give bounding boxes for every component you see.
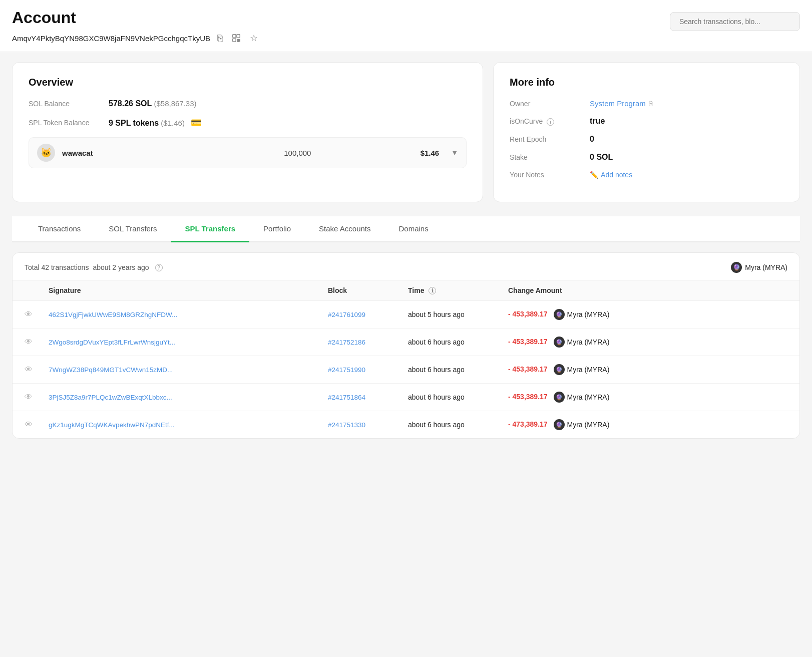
tab-domains[interactable]: Domains (385, 216, 443, 242)
token-badge-label: Myra (MYRA) (567, 310, 610, 318)
system-program-link[interactable]: System Program ⎘ (590, 99, 653, 108)
page-title: Account (12, 9, 260, 27)
search-input[interactable] (670, 12, 800, 31)
cards-row: Overview SOL Balance 578.26 SOL ($58,867… (12, 62, 800, 202)
transfers-meta: Total 42 transactions about 2 years ago … (25, 263, 163, 271)
row-block: #241752186 (328, 338, 408, 346)
svg-rect-6 (239, 41, 240, 42)
copy-address-button[interactable]: ⎘ (215, 32, 225, 45)
spl-token-icon[interactable]: 💳 (191, 118, 202, 128)
token-mini-avatar: 🔮 (554, 337, 565, 348)
token-badge-label: Myra (MYRA) (567, 393, 610, 401)
svg-rect-2 (233, 39, 236, 42)
isoncurve-value: true (590, 117, 605, 126)
row-change: - 473,389.17 🔮 Myra (MYRA) (508, 419, 787, 430)
row-time: about 6 hours ago (408, 338, 508, 346)
block-link[interactable]: #241752186 (328, 339, 365, 346)
col-eye (25, 286, 49, 294)
rentepoch-row: Rent Epoch 0 (510, 135, 783, 144)
content-area: Overview SOL Balance 578.26 SOL ($58,867… (0, 52, 812, 449)
svg-rect-4 (239, 40, 240, 41)
stake-row: Stake 0 SOL (510, 153, 783, 162)
block-link[interactable]: #241751864 (328, 394, 365, 401)
signature-link[interactable]: 462S1VgjFjwkUWwE9SM8GRZhgNFDW... (49, 311, 177, 318)
row-block: #241761099 (328, 310, 408, 318)
token-mini-avatar: 🔮 (554, 419, 565, 430)
row-eye-icon[interactable]: 👁 (25, 420, 49, 429)
tab-portfolio[interactable]: Portfolio (249, 216, 305, 242)
row-change: - 453,389.17 🔮 Myra (MYRA) (508, 309, 787, 320)
isoncurve-info-icon[interactable]: i (547, 118, 554, 126)
isoncurve-label: isOnCurve i (510, 117, 590, 126)
stake-value: 0 SOL (590, 153, 613, 162)
token-row[interactable]: 🐱 wawacat 100,000 $1.46 ▼ (29, 137, 467, 168)
row-signature: 3PjSJ5Z8a9r7PLQc1wZwBExqtXLbbxc... (49, 393, 328, 401)
qr-code-button[interactable] (230, 33, 243, 44)
row-signature: 2Wgo8srdgDVuxYEpt3fLFrLwrWnsjguYt... (49, 338, 328, 346)
row-block: #241751864 (328, 393, 408, 401)
rentepoch-label: Rent Epoch (510, 135, 590, 143)
meta-info-icon[interactable]: ? (155, 264, 163, 271)
token-avatar: 🐱 (37, 144, 55, 162)
col-change-amount: Change Amount (508, 286, 787, 294)
svg-rect-5 (238, 41, 239, 42)
copy-owner-icon[interactable]: ⎘ (649, 100, 653, 107)
signature-link[interactable]: 7WngWZ38Pq849MGT1vCWwn15zMD... (49, 366, 173, 374)
table-row: 👁 7WngWZ38Pq849MGT1vCWwn15zMD... #241751… (13, 356, 799, 384)
rentepoch-value: 0 (590, 135, 594, 144)
notes-label: Your Notes (510, 171, 590, 179)
row-time: about 6 hours ago (408, 366, 508, 374)
notes-row: Your Notes ✏️ Add notes (510, 171, 783, 179)
signature-link[interactable]: gKz1ugkMgTCqWKAvpekhwPN7pdNEtf... (49, 421, 175, 429)
account-address-row: AmqvY4PktyBqYN98GXC9W8jaFN9VNekPGcchgqcT… (12, 32, 260, 45)
signature-link[interactable]: 3PjSJ5Z8a9r7PLQc1wZwBExqtXLbbxc... (49, 394, 172, 401)
moreinfo-card: More info Owner System Program ⎘ isOnCur… (493, 62, 800, 202)
transfers-section: Total 42 transactions about 2 years ago … (12, 252, 800, 439)
col-signature: Signature (49, 286, 328, 294)
token-filter[interactable]: 🔮 Myra (MYRA) (731, 262, 787, 273)
sol-balance-row: SOL Balance 578.26 SOL ($58,867.33) (29, 99, 467, 108)
tab-stake-accounts[interactable]: Stake Accounts (305, 216, 384, 242)
row-eye-icon[interactable]: 👁 (25, 310, 49, 319)
token-expand-icon[interactable]: ▼ (451, 149, 458, 157)
token-mini-avatar: 🔮 (554, 392, 565, 403)
signature-link[interactable]: 2Wgo8srdgDVuxYEpt3fLFrLwrWnsjguYt... (49, 339, 175, 346)
tab-spl-transfers[interactable]: SPL Transfers (171, 216, 249, 242)
owner-value: System Program ⎘ (590, 99, 653, 108)
row-signature: 462S1VgjFjwkUWwE9SM8GRZhgNFDW... (49, 310, 328, 318)
table-row: 👁 462S1VgjFjwkUWwE9SM8GRZhgNFDW... #2417… (13, 301, 799, 328)
row-eye-icon[interactable]: 👁 (25, 338, 49, 347)
tab-transactions[interactable]: Transactions (24, 216, 95, 242)
table-row: 👁 3PjSJ5Z8a9r7PLQc1wZwBExqtXLbbxc... #24… (13, 384, 799, 411)
token-badge-label: Myra (MYRA) (567, 421, 610, 429)
col-time: Time ℹ (408, 286, 508, 294)
token-usd: $1.46 (318, 149, 439, 157)
token-mini-avatar: 🔮 (554, 364, 565, 375)
transaction-table: Signature Block Time ℹ Change Amount 👁 4… (13, 280, 799, 438)
sol-balance-label: SOL Balance (29, 100, 109, 108)
row-eye-icon[interactable]: 👁 (25, 393, 49, 402)
tab-sol-transfers[interactable]: SOL Transfers (95, 216, 171, 242)
token-amount: 100,000 (190, 149, 311, 157)
favorite-button[interactable]: ☆ (248, 32, 260, 45)
overview-title: Overview (29, 77, 467, 88)
edit-icon: ✏️ (590, 171, 598, 179)
row-time: about 6 hours ago (408, 421, 508, 429)
row-eye-icon[interactable]: 👁 (25, 365, 49, 374)
block-link[interactable]: #241761099 (328, 311, 365, 318)
account-address: AmqvY4PktyBqYN98GXC9W8jaFN9VNekPGcchgqcT… (12, 34, 210, 43)
row-block: #241751990 (328, 366, 408, 374)
row-change: - 453,389.17 🔮 Myra (MYRA) (508, 392, 787, 403)
time-info-icon[interactable]: ℹ (429, 287, 436, 294)
row-change: - 453,389.17 🔮 Myra (MYRA) (508, 364, 787, 375)
token-mini-avatar: 🔮 (554, 309, 565, 320)
svg-rect-0 (233, 35, 236, 38)
moreinfo-title: More info (510, 77, 783, 88)
spl-balance-label: SPL Token Balance (29, 119, 109, 127)
notes-value: ✏️ Add notes (590, 171, 632, 179)
block-link[interactable]: #241751330 (328, 421, 365, 429)
add-notes-button[interactable]: ✏️ Add notes (590, 171, 632, 179)
block-link[interactable]: #241751990 (328, 366, 365, 374)
row-change: - 453,389.17 🔮 Myra (MYRA) (508, 337, 787, 348)
row-time: about 5 hours ago (408, 310, 508, 318)
